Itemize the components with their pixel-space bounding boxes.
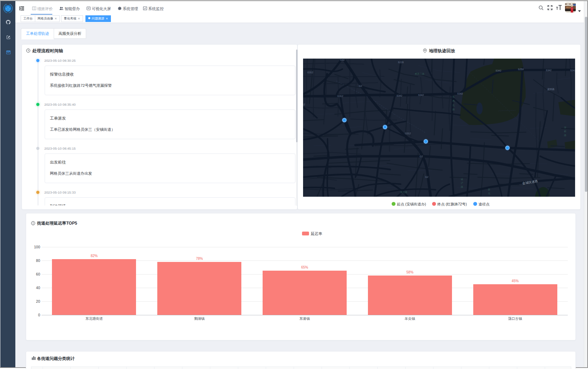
- svg-text:G312: G312: [405, 132, 411, 135]
- svg-text:荡光路: 荡光路: [400, 191, 407, 194]
- svg-text:S342: S342: [496, 69, 501, 72]
- svg-text:波阳路: 波阳路: [547, 88, 555, 91]
- svg-text:青: 青: [452, 96, 455, 98]
- svg-text:新: 新: [488, 188, 490, 191]
- svg-text:厚: 厚: [564, 126, 566, 129]
- svg-text:凤: 凤: [452, 100, 455, 102]
- svg-text:北: 北: [452, 104, 455, 107]
- svg-text:路: 路: [461, 186, 463, 188]
- svg-text:S228: S228: [398, 61, 404, 63]
- svg-text:G2: G2: [425, 176, 428, 178]
- svg-text:S342: S342: [457, 92, 463, 95]
- svg-text:桥: 桥: [564, 130, 566, 133]
- svg-text:12: 12: [303, 103, 305, 106]
- svg-text:沪: 沪: [461, 182, 463, 184]
- svg-text:光: 光: [488, 192, 490, 195]
- svg-text:S342: S342: [397, 95, 402, 97]
- svg-text:莱善二路: 莱善二路: [415, 72, 424, 75]
- svg-text:G312: G312: [307, 71, 313, 74]
- svg-text:路: 路: [452, 108, 455, 111]
- svg-text:S259: S259: [518, 68, 523, 70]
- svg-text:G42: G42: [340, 59, 345, 61]
- svg-text:G312: G312: [337, 95, 343, 97]
- svg-text:锡: 锡: [460, 178, 463, 181]
- svg-text:S342: S342: [418, 94, 424, 96]
- svg-text:路: 路: [564, 134, 566, 137]
- svg-text:S342: S342: [546, 69, 551, 71]
- svg-text:G2: G2: [420, 155, 423, 158]
- svg-text:S342: S342: [570, 69, 575, 71]
- svg-text:G2: G2: [359, 85, 362, 87]
